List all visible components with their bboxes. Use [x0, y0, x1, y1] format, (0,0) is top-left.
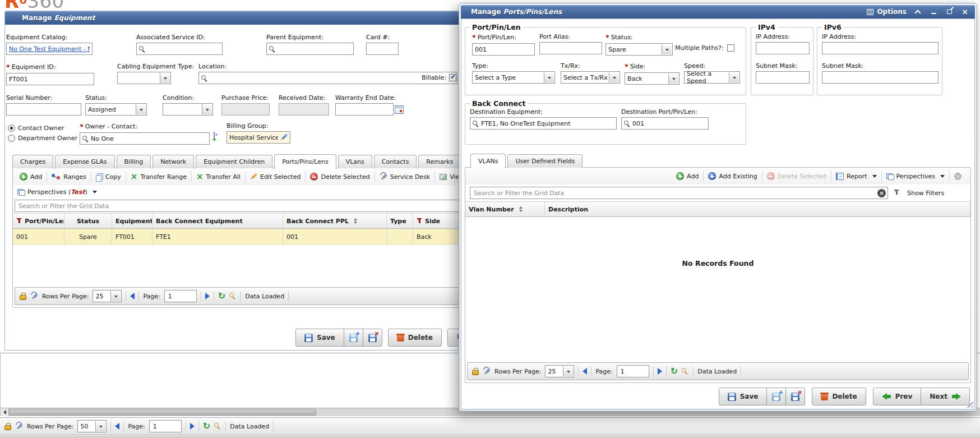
column-header-back-connect-ppl[interactable]: Back Connect PPL — [283, 214, 387, 228]
wrench-icon[interactable] — [30, 292, 38, 300]
ipv4-address-field[interactable] — [756, 42, 810, 54]
collapse-button[interactable] — [913, 7, 922, 16]
show-filters-button[interactable]: Show Filters — [907, 190, 944, 197]
vlan-search-input[interactable] — [470, 187, 888, 199]
ipv4-subnet-field[interactable] — [756, 71, 810, 84]
tab-vlans-dialog[interactable]: VLANs — [470, 154, 506, 168]
billing-group-field[interactable]: Hospital Services — [226, 131, 290, 144]
options-button[interactable]: Options — [867, 8, 907, 16]
vlan-delete-selected-button[interactable]: Delete Selected — [762, 170, 831, 182]
save-button[interactable]: Save — [295, 329, 344, 347]
edit-pencil-icon[interactable] — [280, 133, 288, 141]
previous-page-icon[interactable] — [130, 293, 135, 299]
tab-contacts[interactable]: Contacts — [374, 155, 417, 168]
clear-search-icon[interactable] — [877, 189, 886, 197]
next-button[interactable]: Next — [921, 388, 970, 405]
delete-selected-button[interactable]: Delete Selected — [306, 171, 375, 182]
destination-ppl-field[interactable]: 001 — [621, 117, 709, 130]
dialog-save-and-new-button[interactable]: + — [766, 388, 786, 405]
speed-select[interactable]: Select a Speed — [684, 71, 740, 84]
wrench-icon[interactable] — [483, 367, 491, 375]
column-header-port-pin-len[interactable]: Port/Pin/Len — [13, 214, 64, 228]
copy-button[interactable]: Copy — [91, 171, 126, 182]
lock-icon[interactable] — [472, 370, 479, 375]
vlan-settings-button[interactable] — [950, 170, 966, 182]
scrollbar-thumb[interactable] — [9, 409, 316, 416]
owner-contact-field[interactable]: No One — [80, 132, 210, 145]
column-header-description[interactable]: Description — [545, 202, 970, 216]
column-header-back-connect-equipment[interactable]: Back Connect Equipment — [152, 214, 283, 228]
type-select[interactable]: Select a Type — [472, 71, 555, 84]
lock-icon[interactable] — [4, 425, 11, 430]
page-input[interactable] — [617, 365, 649, 377]
preview-icon[interactable] — [682, 368, 689, 375]
tab-ports-pins-lens[interactable]: Ports/Pins/Lens — [274, 154, 336, 169]
calendar-icon[interactable] — [395, 105, 404, 114]
wrench-icon[interactable] — [15, 422, 23, 430]
scroll-left-icon[interactable] — [1, 408, 9, 416]
rows-per-page-select[interactable]: 50 — [77, 420, 107, 432]
add-contact-icon[interactable] — [214, 132, 215, 140]
page-input[interactable] — [164, 290, 197, 302]
dialog-status-select[interactable]: Spare — [605, 43, 673, 56]
location-field[interactable] — [198, 72, 457, 84]
rows-per-page-select[interactable]: 25 — [545, 365, 574, 377]
ranges-button[interactable]: Ranges — [47, 171, 91, 182]
close-button[interactable]: × — [960, 7, 969, 16]
equipment-catalog-link[interactable]: No One Test Equipment - No One Test Equ.… — [9, 45, 90, 53]
associated-service-id-field[interactable] — [136, 43, 223, 55]
port-alias-field[interactable] — [539, 42, 602, 54]
equipment-id-field[interactable]: FT001 — [6, 73, 94, 85]
column-header-type[interactable]: Type — [387, 214, 413, 228]
lock-icon[interactable] — [20, 295, 26, 300]
page-input[interactable] — [149, 420, 182, 432]
transfer-range-button[interactable]: Transfer Range — [126, 171, 192, 182]
tab-vlans[interactable]: VLans — [338, 155, 372, 168]
warranty-end-date-field[interactable] — [335, 103, 394, 116]
vlan-add-button[interactable]: Add — [672, 170, 704, 182]
next-page-icon[interactable] — [658, 368, 662, 375]
save-and-close-button[interactable]: × — [363, 329, 382, 347]
condition-select[interactable] — [163, 103, 213, 116]
card-number-field[interactable] — [366, 43, 399, 55]
serial-number-field[interactable] — [6, 103, 81, 116]
ppl-field[interactable]: 001 — [472, 43, 535, 56]
column-header-vlan-number[interactable]: Vlan Number — [465, 202, 545, 216]
dialog-save-and-close-button[interactable]: × — [785, 388, 805, 405]
dialog-delete-button[interactable]: Delete — [812, 388, 866, 405]
tab-billing[interactable]: Billing — [117, 155, 151, 168]
previous-page-icon[interactable] — [583, 368, 587, 375]
side-select[interactable]: Back — [625, 72, 679, 85]
multiple-paths-checkbox[interactable] — [727, 44, 734, 52]
previous-page-icon[interactable] — [115, 423, 119, 430]
refresh-icon[interactable] — [671, 367, 678, 375]
popout-button[interactable] — [945, 7, 954, 16]
tab-equipment-children[interactable]: Equipment Children — [196, 155, 272, 168]
column-header-status[interactable]: Status — [64, 214, 112, 228]
prev-button[interactable]: Prev — [873, 388, 922, 405]
save-and-new-button[interactable]: + — [344, 329, 363, 347]
edit-selected-button[interactable]: Edit Selected — [246, 171, 306, 182]
refresh-icon[interactable] — [218, 292, 225, 300]
refresh-icon[interactable] — [203, 422, 210, 430]
column-header-equipment[interactable]: Equipment — [112, 214, 152, 228]
rows-per-page-select[interactable]: 25 — [93, 290, 122, 302]
next-page-icon[interactable] — [205, 293, 210, 299]
vlan-report-button[interactable]: Report — [831, 170, 881, 182]
minimize-button[interactable] — [929, 7, 938, 16]
status-select[interactable]: Assigned — [85, 103, 147, 116]
tab-remarks[interactable]: Remarks — [418, 155, 461, 168]
tab-charges[interactable]: Charges — [12, 155, 53, 168]
destination-equipment-field[interactable]: FTE1, No OneTest Equipment — [470, 117, 617, 130]
preview-icon[interactable] — [214, 423, 221, 430]
add-button[interactable]: Add — [15, 171, 47, 182]
ipv6-address-field[interactable] — [822, 42, 939, 54]
contact-owner-radio[interactable] — [8, 125, 15, 132]
vlan-add-existing-button[interactable]: Add Existing — [704, 170, 762, 182]
ipv6-subnet-field[interactable] — [822, 71, 939, 84]
delete-button[interactable]: Delete — [388, 329, 442, 347]
parent-equipment-field[interactable] — [266, 43, 354, 55]
billable-checkbox[interactable] — [449, 74, 456, 81]
dialog-save-button[interactable]: Save — [719, 388, 768, 405]
dialog-titlebar[interactable]: Manage Ports/Pins/Lens Options × — [461, 5, 975, 19]
